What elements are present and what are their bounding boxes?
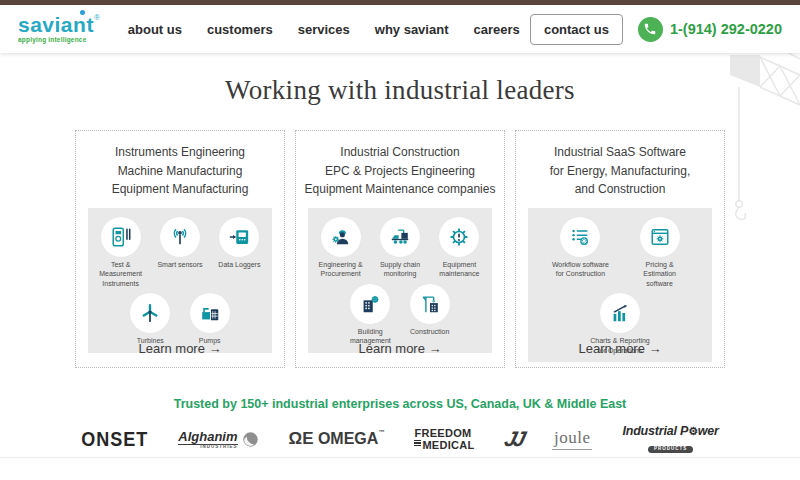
browser-gear-icon (640, 217, 680, 257)
industrial-power-pre: Industrial P (622, 424, 688, 438)
section-title: Working with industrial leaders (0, 53, 800, 106)
wind-turbine-icon (130, 293, 170, 333)
jj-logo: JJ (502, 427, 525, 451)
capability-item: Smart sensors (150, 217, 209, 288)
card-title-line: Machine Manufacturing (76, 162, 284, 181)
freedom-line1: FREEDOM (414, 428, 474, 438)
capability-item: Data Loggers (210, 217, 269, 288)
building-gear-icon (350, 284, 390, 324)
industrial-power-text: Industrial P⚙wer (622, 425, 718, 438)
capability-item: Pumps (180, 293, 239, 345)
client-logo-strip: ONSET Alghanim INDUSTRIES ΩΕ OMEGA™ FREE… (0, 419, 800, 459)
alghanim-logo: Alghanim INDUSTRIES (178, 428, 258, 450)
nav-item-careers[interactable]: careers (473, 22, 519, 37)
alghanim-name: Alghanim (178, 429, 237, 445)
freedom-line2: MEDICAL (422, 438, 474, 450)
capability-item: Construction (400, 284, 459, 346)
contact-us-button[interactable]: contact us (530, 14, 623, 45)
omega-tm: ™ (378, 429, 384, 435)
industrial-power-logo: Industrial P⚙wer PRODUCTS (622, 425, 718, 454)
capability-item: Pricing & Estimation software (620, 217, 699, 288)
freedom-bars-icon (414, 439, 421, 448)
nav-item-why-saviant[interactable]: why saviant (375, 22, 449, 37)
card-title-line: Instruments Engineering (76, 143, 284, 162)
gear-alert-icon (439, 217, 479, 257)
bottom-divider (0, 457, 800, 458)
industrial-power-post: wer (698, 424, 719, 438)
nav-item-about-us[interactable]: about us (128, 22, 182, 37)
pump-icon (190, 293, 230, 333)
capability-item: Engineering & Procurement (311, 217, 370, 279)
engineer-icon (321, 217, 361, 257)
logo-tagline: applying intelligence (18, 37, 100, 44)
leaders-section: Working with industrial leaders Instrume… (0, 53, 800, 480)
omega-symbol: ΩΕ (289, 429, 314, 448)
capability-item: Workflow software for Construction (541, 217, 620, 288)
alghanim-sub: INDUSTRIES (178, 445, 237, 450)
phone-number: 1-(914) 292-0220 (670, 21, 782, 37)
site-header: saviant® applying intelligence about us … (0, 5, 800, 53)
capability-label: Equipment maintenance (430, 260, 489, 279)
learn-more-link[interactable]: Learn more → (296, 341, 504, 356)
industry-cards: Instruments Engineering Machine Manufact… (75, 130, 725, 368)
capability-label: Engineering & Procurement (311, 260, 370, 279)
industrial-power-sub: PRODUCTS (648, 446, 693, 453)
capability-item: Test & Measurement Instruments (91, 217, 150, 288)
card-title-line: EPC & Projects Engineering (296, 162, 504, 181)
capability-label: Test & Measurement Instruments (91, 260, 150, 288)
card-title: Instruments Engineering Machine Manufact… (76, 143, 284, 199)
header-right: contact us 1-(914) 292-0220 (530, 14, 782, 45)
card-title-line: Equipment Maintenance companies (296, 180, 504, 199)
card-title-line: Equipment Manufacturing (76, 180, 284, 199)
card-title: Industrial SaaS Software for Energy, Man… (516, 143, 724, 199)
phone-link[interactable]: 1-(914) 292-0220 (638, 17, 782, 42)
nav-item-services[interactable]: services (298, 22, 350, 37)
capability-label: Supply chain monitoring (370, 260, 429, 279)
workflow-checklist-icon (560, 217, 600, 257)
nav-item-customers[interactable]: customers (207, 22, 273, 37)
capability-label: Smart sensors (157, 260, 202, 269)
capabilities-panel: Workflow software for Construction Prici… (528, 208, 712, 362)
freedom-medical-logo: FREEDOM MEDICAL (414, 428, 474, 449)
capability-label: Pricing & Estimation software (630, 260, 690, 288)
alghanim-swirl-icon (242, 431, 259, 448)
capability-label: Workflow software for Construction (550, 260, 610, 279)
alghanim-text: Alghanim INDUSTRIES (178, 428, 237, 450)
omega-word: OMEGA (318, 430, 378, 447)
omega-logo: ΩΕ OMEGA™ (289, 429, 385, 449)
sensor-antenna-icon (160, 217, 200, 257)
learn-more-link[interactable]: Learn more → (76, 341, 284, 356)
logo-name: saviant (18, 13, 94, 36)
capability-label: Data Loggers (218, 260, 260, 269)
card-instruments-engineering: Instruments Engineering Machine Manufact… (75, 130, 285, 368)
supply-chain-truck-icon (380, 217, 420, 257)
registered-mark: ® (94, 13, 100, 22)
learn-more-link[interactable]: Learn more → (516, 341, 724, 356)
card-title-line: Industrial SaaS Software (516, 143, 724, 162)
onset-logo: ONSET (81, 427, 148, 451)
capability-item: Building management (341, 284, 400, 346)
joule-logo: joule (552, 428, 593, 450)
capability-item: Supply chain monitoring (370, 217, 429, 279)
capabilities-panel: Test & Measurement Instruments Smart sen… (88, 208, 272, 353)
trusted-banner: Trusted by 150+ industrial enterprises a… (0, 397, 800, 411)
saviant-logo[interactable]: saviant® applying intelligence (18, 14, 100, 44)
card-title: Industrial Construction EPC & Projects E… (296, 143, 504, 199)
card-industrial-saas: Industrial SaaS Software for Energy, Man… (515, 130, 725, 368)
gear-icon: ⚙ (688, 425, 698, 437)
capability-label: Construction (410, 327, 449, 336)
bar-chart-icon (600, 293, 640, 333)
data-logger-icon (219, 217, 259, 257)
capabilities-panel: Engineering & Procurement Supply chain m… (308, 208, 492, 353)
card-industrial-construction: Industrial Construction EPC & Projects E… (295, 130, 505, 368)
capability-item: Turbines (121, 293, 180, 345)
phone-icon (638, 17, 663, 42)
capability-item: Equipment maintenance (430, 217, 489, 279)
construction-crane-icon (410, 284, 450, 324)
card-title-line: for Energy, Manufacturing, (516, 162, 724, 181)
card-title-line: and Construction (516, 180, 724, 199)
card-title-line: Industrial Construction (296, 143, 504, 162)
multimeter-icon (101, 217, 141, 257)
main-nav: about us customers services why saviant … (128, 22, 520, 37)
